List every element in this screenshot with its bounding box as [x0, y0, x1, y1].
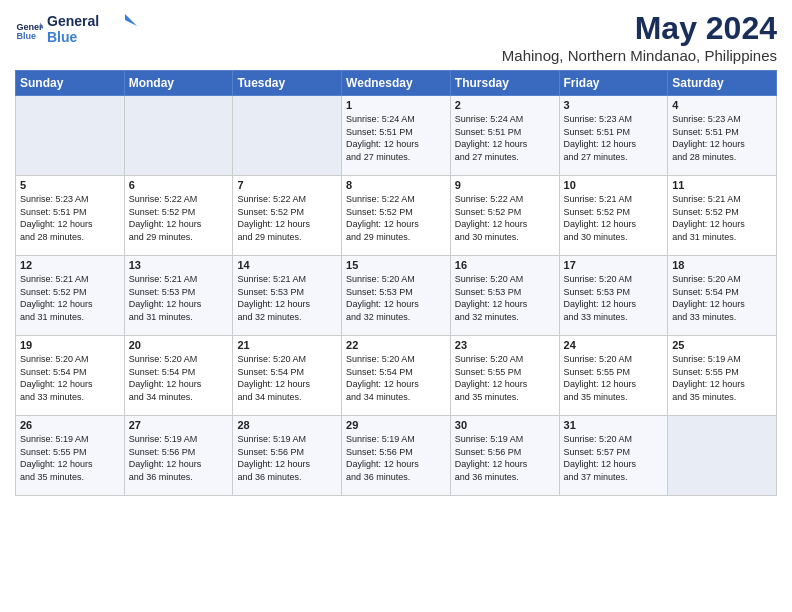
calendar-cell: 31Sunrise: 5:20 AM Sunset: 5:57 PM Dayli…: [559, 416, 668, 496]
logo: General Blue General Blue: [15, 10, 137, 52]
logo-icon: General Blue: [15, 17, 43, 45]
calendar-cell: 11Sunrise: 5:21 AM Sunset: 5:52 PM Dayli…: [668, 176, 777, 256]
header-day-thursday: Thursday: [450, 71, 559, 96]
day-number: 26: [20, 419, 120, 431]
calendar-cell: 2Sunrise: 5:24 AM Sunset: 5:51 PM Daylig…: [450, 96, 559, 176]
day-number: 22: [346, 339, 446, 351]
day-info: Sunrise: 5:23 AM Sunset: 5:51 PM Dayligh…: [672, 113, 772, 163]
day-number: 31: [564, 419, 664, 431]
day-number: 28: [237, 419, 337, 431]
day-info: Sunrise: 5:24 AM Sunset: 5:51 PM Dayligh…: [346, 113, 446, 163]
calendar-cell: 1Sunrise: 5:24 AM Sunset: 5:51 PM Daylig…: [342, 96, 451, 176]
day-number: 23: [455, 339, 555, 351]
day-info: Sunrise: 5:22 AM Sunset: 5:52 PM Dayligh…: [237, 193, 337, 243]
week-row-5: 26Sunrise: 5:19 AM Sunset: 5:55 PM Dayli…: [16, 416, 777, 496]
calendar-cell: 19Sunrise: 5:20 AM Sunset: 5:54 PM Dayli…: [16, 336, 125, 416]
day-number: 11: [672, 179, 772, 191]
day-info: Sunrise: 5:20 AM Sunset: 5:55 PM Dayligh…: [455, 353, 555, 403]
day-info: Sunrise: 5:21 AM Sunset: 5:52 PM Dayligh…: [672, 193, 772, 243]
day-number: 20: [129, 339, 229, 351]
calendar-cell: 4Sunrise: 5:23 AM Sunset: 5:51 PM Daylig…: [668, 96, 777, 176]
day-info: Sunrise: 5:20 AM Sunset: 5:53 PM Dayligh…: [455, 273, 555, 323]
header-row: SundayMondayTuesdayWednesdayThursdayFrid…: [16, 71, 777, 96]
day-number: 13: [129, 259, 229, 271]
day-info: Sunrise: 5:19 AM Sunset: 5:56 PM Dayligh…: [455, 433, 555, 483]
calendar-cell: 16Sunrise: 5:20 AM Sunset: 5:53 PM Dayli…: [450, 256, 559, 336]
day-info: Sunrise: 5:20 AM Sunset: 5:54 PM Dayligh…: [237, 353, 337, 403]
calendar-cell: 12Sunrise: 5:21 AM Sunset: 5:52 PM Dayli…: [16, 256, 125, 336]
week-row-1: 1Sunrise: 5:24 AM Sunset: 5:51 PM Daylig…: [16, 96, 777, 176]
day-number: 5: [20, 179, 120, 191]
header-day-tuesday: Tuesday: [233, 71, 342, 96]
header-day-saturday: Saturday: [668, 71, 777, 96]
calendar-cell: 29Sunrise: 5:19 AM Sunset: 5:56 PM Dayli…: [342, 416, 451, 496]
calendar-cell: 24Sunrise: 5:20 AM Sunset: 5:55 PM Dayli…: [559, 336, 668, 416]
calendar-cell: 7Sunrise: 5:22 AM Sunset: 5:52 PM Daylig…: [233, 176, 342, 256]
calendar-cell: 30Sunrise: 5:19 AM Sunset: 5:56 PM Dayli…: [450, 416, 559, 496]
calendar-cell: 10Sunrise: 5:21 AM Sunset: 5:52 PM Dayli…: [559, 176, 668, 256]
calendar-cell: 28Sunrise: 5:19 AM Sunset: 5:56 PM Dayli…: [233, 416, 342, 496]
day-number: 2: [455, 99, 555, 111]
day-number: 7: [237, 179, 337, 191]
day-info: Sunrise: 5:21 AM Sunset: 5:53 PM Dayligh…: [129, 273, 229, 323]
day-number: 18: [672, 259, 772, 271]
day-info: Sunrise: 5:19 AM Sunset: 5:56 PM Dayligh…: [237, 433, 337, 483]
calendar-cell: 22Sunrise: 5:20 AM Sunset: 5:54 PM Dayli…: [342, 336, 451, 416]
header-day-wednesday: Wednesday: [342, 71, 451, 96]
calendar-cell: 5Sunrise: 5:23 AM Sunset: 5:51 PM Daylig…: [16, 176, 125, 256]
svg-text:Blue: Blue: [47, 29, 78, 45]
subtitle: Mahinog, Northern Mindanao, Philippines: [502, 47, 777, 64]
calendar-cell: [233, 96, 342, 176]
day-info: Sunrise: 5:19 AM Sunset: 5:56 PM Dayligh…: [129, 433, 229, 483]
day-number: 8: [346, 179, 446, 191]
day-info: Sunrise: 5:22 AM Sunset: 5:52 PM Dayligh…: [129, 193, 229, 243]
day-number: 12: [20, 259, 120, 271]
calendar-cell: 21Sunrise: 5:20 AM Sunset: 5:54 PM Dayli…: [233, 336, 342, 416]
day-info: Sunrise: 5:19 AM Sunset: 5:55 PM Dayligh…: [672, 353, 772, 403]
day-number: 15: [346, 259, 446, 271]
calendar-cell: 15Sunrise: 5:20 AM Sunset: 5:53 PM Dayli…: [342, 256, 451, 336]
day-info: Sunrise: 5:20 AM Sunset: 5:54 PM Dayligh…: [20, 353, 120, 403]
calendar-cell: 9Sunrise: 5:22 AM Sunset: 5:52 PM Daylig…: [450, 176, 559, 256]
header: General Blue General Blue May 2024 Mahin…: [15, 10, 777, 64]
day-info: Sunrise: 5:20 AM Sunset: 5:54 PM Dayligh…: [129, 353, 229, 403]
calendar-body: 1Sunrise: 5:24 AM Sunset: 5:51 PM Daylig…: [16, 96, 777, 496]
day-number: 6: [129, 179, 229, 191]
calendar-cell: 26Sunrise: 5:19 AM Sunset: 5:55 PM Dayli…: [16, 416, 125, 496]
day-number: 4: [672, 99, 772, 111]
calendar-cell: [124, 96, 233, 176]
day-info: Sunrise: 5:20 AM Sunset: 5:53 PM Dayligh…: [346, 273, 446, 323]
day-number: 17: [564, 259, 664, 271]
day-number: 19: [20, 339, 120, 351]
svg-text:General: General: [47, 13, 99, 29]
day-info: Sunrise: 5:23 AM Sunset: 5:51 PM Dayligh…: [20, 193, 120, 243]
day-number: 16: [455, 259, 555, 271]
header-day-friday: Friday: [559, 71, 668, 96]
calendar-cell: 6Sunrise: 5:22 AM Sunset: 5:52 PM Daylig…: [124, 176, 233, 256]
svg-marker-5: [125, 14, 137, 26]
calendar-cell: 8Sunrise: 5:22 AM Sunset: 5:52 PM Daylig…: [342, 176, 451, 256]
calendar-cell: 17Sunrise: 5:20 AM Sunset: 5:53 PM Dayli…: [559, 256, 668, 336]
week-row-3: 12Sunrise: 5:21 AM Sunset: 5:52 PM Dayli…: [16, 256, 777, 336]
calendar-cell: 3Sunrise: 5:23 AM Sunset: 5:51 PM Daylig…: [559, 96, 668, 176]
calendar-cell: 14Sunrise: 5:21 AM Sunset: 5:53 PM Dayli…: [233, 256, 342, 336]
day-number: 9: [455, 179, 555, 191]
calendar-cell: 20Sunrise: 5:20 AM Sunset: 5:54 PM Dayli…: [124, 336, 233, 416]
day-number: 27: [129, 419, 229, 431]
day-number: 14: [237, 259, 337, 271]
header-day-sunday: Sunday: [16, 71, 125, 96]
day-number: 1: [346, 99, 446, 111]
day-info: Sunrise: 5:19 AM Sunset: 5:56 PM Dayligh…: [346, 433, 446, 483]
day-info: Sunrise: 5:21 AM Sunset: 5:52 PM Dayligh…: [20, 273, 120, 323]
calendar-table: SundayMondayTuesdayWednesdayThursdayFrid…: [15, 70, 777, 496]
day-number: 29: [346, 419, 446, 431]
week-row-2: 5Sunrise: 5:23 AM Sunset: 5:51 PM Daylig…: [16, 176, 777, 256]
week-row-4: 19Sunrise: 5:20 AM Sunset: 5:54 PM Dayli…: [16, 336, 777, 416]
header-day-monday: Monday: [124, 71, 233, 96]
calendar-cell: [668, 416, 777, 496]
day-info: Sunrise: 5:20 AM Sunset: 5:53 PM Dayligh…: [564, 273, 664, 323]
calendar-cell: 25Sunrise: 5:19 AM Sunset: 5:55 PM Dayli…: [668, 336, 777, 416]
day-number: 3: [564, 99, 664, 111]
day-number: 25: [672, 339, 772, 351]
day-info: Sunrise: 5:20 AM Sunset: 5:54 PM Dayligh…: [346, 353, 446, 403]
